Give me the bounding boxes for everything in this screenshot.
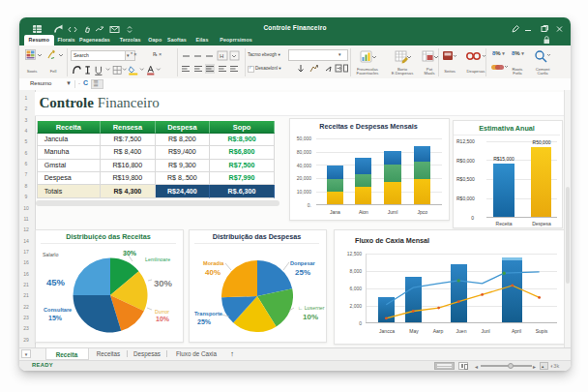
svg-text:H: H [220,53,223,59]
